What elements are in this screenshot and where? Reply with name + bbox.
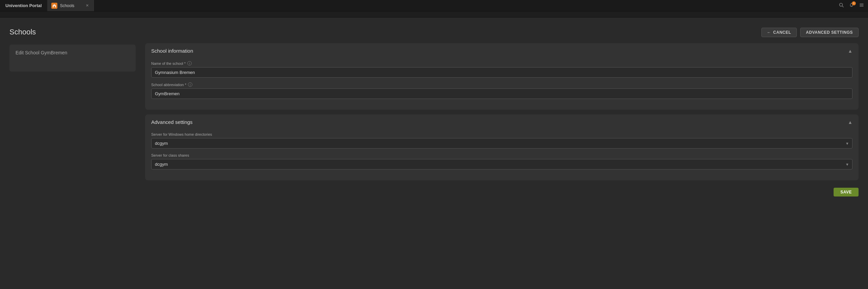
advanced-settings-card: Advanced settings ▲ Server for Windows h… — [145, 114, 859, 180]
school-abbreviation-label: School abbreviation * i — [151, 82, 852, 87]
subheader-bar — [0, 11, 868, 18]
right-panel: ← CANCEL ADVANCED SETTINGS School inform… — [145, 18, 868, 289]
class-shares-select[interactable]: dcgym — [151, 159, 852, 169]
school-abbreviation-input[interactable] — [151, 88, 852, 99]
tab-icon — [51, 3, 57, 9]
notification-badge: 1 — [852, 1, 856, 5]
tab-close-button[interactable]: ✕ — [84, 3, 90, 8]
school-name-info-icon[interactable]: i — [187, 61, 192, 65]
class-shares-select-wrapper: dcgym ▼ — [151, 159, 852, 169]
school-info-card-header[interactable]: School information ▲ — [145, 43, 859, 58]
school-abbreviation-info-icon[interactable]: i — [188, 82, 192, 87]
school-abbreviation-group: School abbreviation * i — [151, 82, 852, 99]
windows-home-select-wrapper: dcgym ▼ — [151, 138, 852, 149]
windows-home-label: Server for Windows home directories — [151, 132, 852, 136]
save-row: SAVE — [145, 185, 859, 196]
class-shares-label: Server for class shares — [151, 153, 852, 157]
advanced-settings-chevron-icon: ▲ — [848, 120, 852, 125]
menu-icon[interactable] — [859, 3, 864, 8]
cancel-arrow-icon: ← — [767, 30, 771, 35]
windows-home-group: Server for Windows home directories dcgy… — [151, 132, 852, 149]
tab-schools[interactable]: Schools ✕ — [47, 0, 94, 11]
cancel-button[interactable]: ← CANCEL — [761, 28, 797, 37]
advanced-settings-card-header[interactable]: Advanced settings ▲ — [145, 114, 859, 130]
edit-school-label: Edit School GymBremen — [9, 45, 136, 72]
school-info-card-body: Name of the school * i School abbreviati… — [145, 58, 859, 110]
brand-label: Univention Portal — [0, 0, 47, 11]
tab-label: Schools — [60, 3, 75, 8]
school-info-chevron-icon: ▲ — [848, 48, 852, 54]
topbar: Univention Portal Schools ✕ — [0, 0, 868, 11]
left-panel: Schools Edit School GymBremen — [0, 18, 145, 289]
school-name-input[interactable] — [151, 67, 852, 78]
school-info-card: School information ▲ Name of the school … — [145, 43, 859, 110]
school-name-group: Name of the school * i — [151, 61, 852, 78]
class-shares-group: Server for class shares dcgym ▼ — [151, 153, 852, 169]
windows-home-select[interactable]: dcgym — [151, 138, 852, 149]
school-name-label: Name of the school * i — [151, 61, 852, 65]
svg-marker-1 — [53, 4, 56, 5]
svg-rect-2 — [54, 6, 55, 7]
search-icon[interactable] — [839, 3, 844, 8]
notification-wrapper: 1 — [849, 3, 854, 9]
svg-line-4 — [842, 6, 844, 7]
main-area: Schools Edit School GymBremen ← CANCEL A… — [0, 18, 868, 289]
header-row: ← CANCEL ADVANCED SETTINGS — [145, 28, 859, 37]
advanced-settings-card-body: Server for Windows home directories dcgy… — [145, 130, 859, 180]
save-button[interactable]: SAVE — [834, 188, 859, 196]
advanced-settings-button[interactable]: ADVANCED SETTINGS — [800, 28, 859, 37]
school-info-title: School information — [151, 48, 193, 54]
page-title: Schools — [9, 28, 136, 36]
advanced-settings-title: Advanced settings — [151, 119, 193, 125]
topbar-actions: 1 — [839, 3, 868, 9]
